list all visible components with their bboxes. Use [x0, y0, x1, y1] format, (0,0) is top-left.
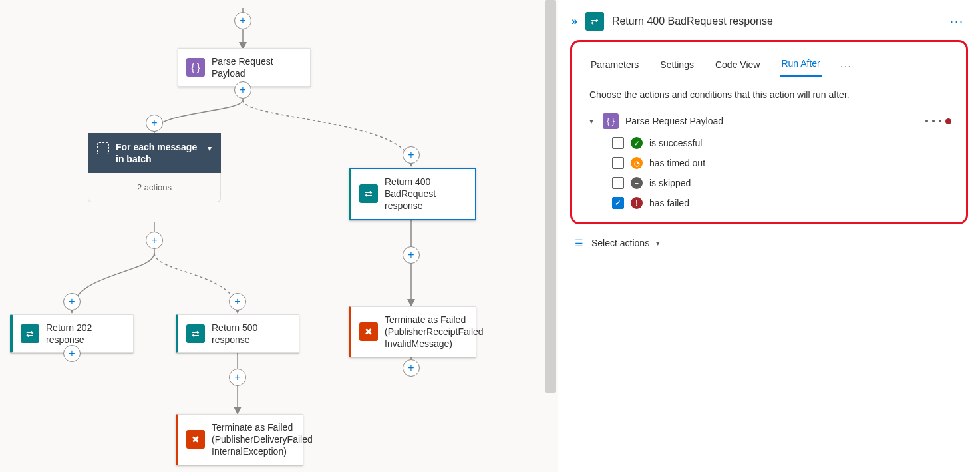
add-step-button[interactable]: +: [234, 12, 251, 29]
list-icon: ☰: [573, 238, 585, 248]
checkbox[interactable]: [612, 177, 624, 189]
status-dots: [925, 118, 951, 124]
terminate-icon: ✖: [186, 430, 205, 449]
predecessor-row[interactable]: ▾ { } Parse Request Payload: [583, 111, 955, 132]
for-each-count: 2 actions: [137, 182, 172, 192]
collapse-panel-icon[interactable]: »: [572, 15, 577, 27]
option-has-failed[interactable]: ✓ ! has failed: [612, 197, 955, 209]
success-icon: ✓: [631, 137, 643, 149]
predecessor-title: Parse Request Payload: [625, 116, 723, 126]
add-step-button[interactable]: +: [146, 232, 163, 249]
json-icon: { }: [603, 113, 619, 129]
json-icon: { }: [186, 58, 205, 77]
response-icon: ⇄: [186, 324, 205, 343]
chevron-down-icon: ▾: [656, 239, 660, 248]
checkbox[interactable]: ✓: [612, 197, 624, 209]
response-icon: ⇄: [585, 12, 604, 31]
tabs-overflow-button[interactable]: ···: [840, 61, 852, 71]
option-label: is skipped: [649, 178, 691, 188]
option-label: has failed: [649, 198, 689, 208]
node-label: Terminate as Failed (PublisherReceiptFai…: [385, 314, 484, 350]
add-step-button[interactable]: +: [403, 246, 420, 264]
tab-run-after[interactable]: Run After: [780, 54, 821, 77]
node-label: Return 202 response: [46, 322, 125, 346]
for-each-body[interactable]: 2 actions: [88, 173, 221, 202]
for-each-header[interactable]: For each message in batch ▾: [88, 133, 221, 173]
node-label: Return 400 BadRequest response: [385, 176, 467, 212]
node-label: Return 500 response: [212, 322, 291, 346]
loop-icon: [97, 142, 109, 154]
node-terminate-internal-exception[interactable]: ✖ Terminate as Failed (PublisherDelivery…: [176, 414, 303, 465]
checkbox[interactable]: [612, 137, 624, 149]
tab-code-view[interactable]: Code View: [714, 55, 761, 77]
panel-tabs: Parameters Settings Code View Run After …: [583, 42, 955, 77]
run-after-options: ✓ is successful ◔ has timed out – is ski…: [583, 132, 955, 209]
option-label: has timed out: [649, 158, 705, 168]
clock-icon: ◔: [631, 157, 643, 169]
add-step-button[interactable]: +: [63, 293, 81, 310]
run-after-highlight: Parameters Settings Code View Run After …: [570, 40, 968, 224]
terminate-icon: ✖: [359, 322, 378, 341]
node-terminate-invalid-message[interactable]: ✖ Terminate as Failed (PublisherReceiptF…: [349, 306, 476, 357]
select-actions-button[interactable]: ☰ Select actions ▾: [562, 234, 976, 252]
add-step-button[interactable]: +: [403, 146, 420, 164]
add-step-button[interactable]: +: [63, 345, 81, 362]
node-for-each[interactable]: For each message in batch ▾ 2 actions: [88, 133, 221, 202]
run-after-hint: Choose the actions and conditions that t…: [583, 77, 955, 111]
option-is-skipped[interactable]: – is skipped: [612, 177, 955, 189]
option-has-timed-out[interactable]: ◔ has timed out: [612, 157, 955, 169]
checkbox[interactable]: [612, 157, 624, 169]
add-step-button[interactable]: +: [403, 359, 420, 377]
canvas-scrollbar[interactable]: [545, 0, 556, 472]
scroll-thumb[interactable]: [545, 0, 556, 393]
chevron-down-icon: ▾: [587, 117, 596, 126]
option-label: is successful: [649, 138, 702, 148]
option-is-successful[interactable]: ✓ is successful: [612, 137, 955, 149]
panel-title: Return 400 BadRequest response: [612, 15, 773, 27]
add-step-button[interactable]: +: [146, 115, 163, 132]
response-icon: ⇄: [21, 324, 39, 343]
for-each-title: For each message in batch: [116, 141, 201, 165]
node-return-400[interactable]: ⇄ Return 400 BadRequest response: [349, 168, 476, 220]
add-step-button[interactable]: +: [229, 369, 246, 386]
node-label: Terminate as Failed (PublisherDeliveryFa…: [212, 421, 313, 458]
add-step-button[interactable]: +: [229, 293, 246, 310]
tab-parameters[interactable]: Parameters: [589, 55, 640, 77]
node-return-500[interactable]: ⇄ Return 500 response: [176, 314, 299, 353]
add-step-button[interactable]: +: [234, 81, 251, 99]
designer-canvas[interactable]: + + + + + + + + + + + { } Parse Request …: [0, 0, 558, 472]
minus-icon: –: [631, 177, 643, 189]
error-icon: !: [631, 197, 643, 209]
response-icon: ⇄: [359, 184, 378, 203]
settings-panel: » ⇄ Return 400 BadRequest response ··· P…: [558, 0, 980, 472]
chevron-down-icon: ▾: [208, 144, 212, 153]
panel-more-button[interactable]: ···: [950, 15, 964, 29]
node-label: Parse Request Payload: [212, 55, 302, 79]
panel-header: » ⇄ Return 400 BadRequest response ···: [562, 0, 976, 40]
select-actions-label: Select actions: [591, 238, 649, 248]
tab-settings[interactable]: Settings: [659, 55, 695, 77]
